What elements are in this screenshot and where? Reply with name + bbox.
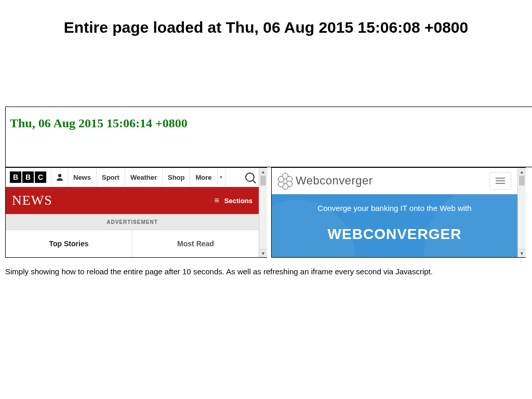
bbc-scrollbar[interactable]: ▲ ▼ xyxy=(259,168,267,257)
scroll-up-icon[interactable]: ▲ xyxy=(259,168,267,176)
bbc-news-banner: NEWS ≡ Sections xyxy=(6,187,259,214)
hamburger-line xyxy=(496,178,505,179)
page-title: Entire page loaded at Thu, 06 Aug 2015 1… xyxy=(5,19,527,36)
scroll-thumb[interactable] xyxy=(519,176,525,185)
wc-hero-title: WEBCONVERGER xyxy=(328,226,462,243)
bbc-logo-b1: B xyxy=(10,171,21,183)
scroll-down-icon[interactable]: ▼ xyxy=(518,249,526,257)
description-text: Simply showing how to reload the entire … xyxy=(5,267,527,276)
sections-label: Sections xyxy=(224,197,252,205)
bbc-logo-c: C xyxy=(35,171,46,183)
nav-news[interactable]: News xyxy=(68,168,97,187)
bbc-tabs: Top Stories Most Read xyxy=(6,230,259,257)
hamburger-line xyxy=(496,183,505,184)
more-dropdown-icon[interactable]: ▼ xyxy=(218,168,225,187)
nav-more[interactable]: More xyxy=(190,168,217,187)
bbc-iframe: B B C News Sport Weather Shop More ▼ xyxy=(5,167,267,258)
advertisement-bar: ADVERTISEMENT xyxy=(6,214,259,230)
scroll-track[interactable] xyxy=(518,176,526,249)
wc-hero: Converge your banking IT onto the Web wi… xyxy=(272,194,517,257)
timestamp-text: Thu, 06 Aug 2015 15:06:14 +0800 xyxy=(10,116,528,130)
hamburger-icon: ≡ xyxy=(214,196,219,205)
nav-sport[interactable]: Sport xyxy=(97,168,125,187)
tab-top-stories[interactable]: Top Stories xyxy=(6,230,132,257)
user-icon[interactable] xyxy=(51,168,68,187)
bbc-topbar: B B C News Sport Weather Shop More ▼ xyxy=(6,168,259,187)
bbc-news-title: NEWS xyxy=(12,193,52,208)
sections-button[interactable]: ≡ Sections xyxy=(214,196,252,205)
wc-header: Webconverger xyxy=(272,168,517,194)
timestamp-frame: Thu, 06 Aug 2015 15:06:14 +0800 xyxy=(5,107,532,167)
search-icon[interactable] xyxy=(241,168,259,187)
flower-icon xyxy=(278,174,291,188)
bbc-logo[interactable]: B B C xyxy=(6,168,51,187)
webconverger-iframe: Webconverger Converge your banking IT on… xyxy=(271,167,526,258)
scroll-up-icon[interactable]: ▲ xyxy=(518,168,526,176)
wc-subtext: Converge your banking IT onto the Web wi… xyxy=(317,204,471,212)
bbc-logo-b2: B xyxy=(22,171,34,183)
hamburger-line xyxy=(496,180,505,181)
svg-point-0 xyxy=(58,174,61,177)
nav-shop[interactable]: Shop xyxy=(163,168,191,187)
scroll-track[interactable] xyxy=(259,176,267,249)
wc-brand[interactable]: Webconverger xyxy=(278,174,373,188)
scroll-thumb[interactable] xyxy=(260,176,266,185)
wc-scrollbar[interactable]: ▲ ▼ xyxy=(517,168,526,257)
tab-most-read[interactable]: Most Read xyxy=(132,230,259,257)
scroll-down-icon[interactable]: ▼ xyxy=(259,249,267,257)
wc-menu-button[interactable] xyxy=(489,172,511,190)
wc-brand-text: Webconverger xyxy=(296,174,373,188)
nav-weather[interactable]: Weather xyxy=(125,168,163,187)
